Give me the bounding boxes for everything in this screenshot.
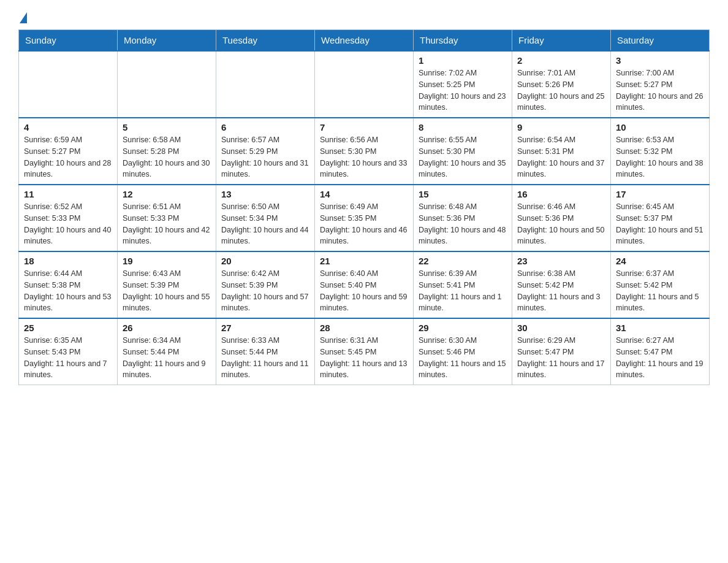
logo-triangle-icon xyxy=(20,12,27,23)
weekday-header-tuesday: Tuesday xyxy=(216,30,315,52)
day-number: 12 xyxy=(123,189,211,199)
day-info: Sunrise: 6:58 AMSunset: 5:28 PMDaylight:… xyxy=(123,134,211,180)
day-number: 13 xyxy=(221,189,309,199)
day-number: 10 xyxy=(616,122,704,132)
day-number: 23 xyxy=(517,256,605,266)
calendar-cell: 16Sunrise: 6:46 AMSunset: 5:36 PMDayligh… xyxy=(512,185,611,251)
calendar-cell: 18Sunrise: 6:44 AMSunset: 5:38 PMDayligh… xyxy=(19,251,118,318)
calendar-body: 1Sunrise: 7:02 AMSunset: 5:25 PMDaylight… xyxy=(19,51,710,385)
day-number: 19 xyxy=(123,256,211,266)
calendar-cell: 12Sunrise: 6:51 AMSunset: 5:33 PMDayligh… xyxy=(118,185,216,251)
day-info: Sunrise: 7:02 AMSunset: 5:25 PMDaylight:… xyxy=(419,67,507,113)
calendar-cell: 6Sunrise: 6:57 AMSunset: 5:29 PMDaylight… xyxy=(216,118,315,185)
day-number: 28 xyxy=(320,323,408,333)
calendar-cell: 17Sunrise: 6:45 AMSunset: 5:37 PMDayligh… xyxy=(611,185,710,251)
day-number: 3 xyxy=(616,55,704,66)
day-info: Sunrise: 6:53 AMSunset: 5:32 PMDaylight:… xyxy=(616,134,704,180)
day-number: 4 xyxy=(24,122,112,132)
calendar-table: SundayMondayTuesdayWednesdayThursdayFrid… xyxy=(18,29,710,385)
weekday-header-sunday: Sunday xyxy=(19,30,118,52)
calendar-week-row: 25Sunrise: 6:35 AMSunset: 5:43 PMDayligh… xyxy=(19,318,710,385)
calendar-cell: 21Sunrise: 6:40 AMSunset: 5:40 PMDayligh… xyxy=(315,251,414,318)
calendar-cell: 13Sunrise: 6:50 AMSunset: 5:34 PMDayligh… xyxy=(216,185,315,251)
day-number: 31 xyxy=(616,323,704,333)
day-info: Sunrise: 6:42 AMSunset: 5:39 PMDaylight:… xyxy=(221,268,309,314)
day-info: Sunrise: 6:59 AMSunset: 5:27 PMDaylight:… xyxy=(24,134,112,180)
calendar-cell: 4Sunrise: 6:59 AMSunset: 5:27 PMDaylight… xyxy=(19,118,118,185)
calendar-cell: 23Sunrise: 6:38 AMSunset: 5:42 PMDayligh… xyxy=(512,251,611,318)
day-number: 16 xyxy=(517,189,605,199)
day-number: 29 xyxy=(419,323,507,333)
day-info: Sunrise: 6:48 AMSunset: 5:36 PMDaylight:… xyxy=(419,201,507,247)
day-info: Sunrise: 6:55 AMSunset: 5:30 PMDaylight:… xyxy=(419,134,507,180)
day-number: 20 xyxy=(221,256,309,266)
weekday-header-saturday: Saturday xyxy=(611,30,710,52)
calendar-cell: 28Sunrise: 6:31 AMSunset: 5:45 PMDayligh… xyxy=(315,318,414,385)
calendar-cell: 9Sunrise: 6:54 AMSunset: 5:31 PMDaylight… xyxy=(512,118,611,185)
calendar-cell: 20Sunrise: 6:42 AMSunset: 5:39 PMDayligh… xyxy=(216,251,315,318)
calendar-cell xyxy=(118,51,216,118)
calendar-cell: 1Sunrise: 7:02 AMSunset: 5:25 PMDaylight… xyxy=(414,51,512,118)
day-info: Sunrise: 6:54 AMSunset: 5:31 PMDaylight:… xyxy=(517,134,605,180)
day-info: Sunrise: 6:34 AMSunset: 5:44 PMDaylight:… xyxy=(123,335,211,381)
calendar-cell xyxy=(216,51,315,118)
day-info: Sunrise: 6:38 AMSunset: 5:42 PMDaylight:… xyxy=(517,268,605,314)
calendar-week-row: 18Sunrise: 6:44 AMSunset: 5:38 PMDayligh… xyxy=(19,251,710,318)
calendar-cell xyxy=(19,51,118,118)
calendar-cell: 29Sunrise: 6:30 AMSunset: 5:46 PMDayligh… xyxy=(414,318,512,385)
day-info: Sunrise: 6:51 AMSunset: 5:33 PMDaylight:… xyxy=(123,201,211,247)
calendar-cell: 3Sunrise: 7:00 AMSunset: 5:27 PMDaylight… xyxy=(611,51,710,118)
day-info: Sunrise: 6:40 AMSunset: 5:40 PMDaylight:… xyxy=(320,268,408,314)
day-number: 25 xyxy=(24,323,112,333)
weekday-header-wednesday: Wednesday xyxy=(315,30,414,52)
calendar-cell: 8Sunrise: 6:55 AMSunset: 5:30 PMDaylight… xyxy=(414,118,512,185)
day-info: Sunrise: 6:43 AMSunset: 5:39 PMDaylight:… xyxy=(123,268,211,314)
day-info: Sunrise: 6:37 AMSunset: 5:42 PMDaylight:… xyxy=(616,268,704,314)
day-info: Sunrise: 6:57 AMSunset: 5:29 PMDaylight:… xyxy=(221,134,309,180)
day-info: Sunrise: 6:44 AMSunset: 5:38 PMDaylight:… xyxy=(24,268,112,314)
day-info: Sunrise: 6:30 AMSunset: 5:46 PMDaylight:… xyxy=(419,335,507,381)
weekday-header-row: SundayMondayTuesdayWednesdayThursdayFrid… xyxy=(19,30,710,52)
day-info: Sunrise: 6:46 AMSunset: 5:36 PMDaylight:… xyxy=(517,201,605,247)
day-number: 9 xyxy=(517,122,605,132)
calendar-week-row: 11Sunrise: 6:52 AMSunset: 5:33 PMDayligh… xyxy=(19,185,710,251)
day-info: Sunrise: 6:27 AMSunset: 5:47 PMDaylight:… xyxy=(616,335,704,381)
day-info: Sunrise: 7:00 AMSunset: 5:27 PMDaylight:… xyxy=(616,67,704,113)
calendar-week-row: 4Sunrise: 6:59 AMSunset: 5:27 PMDaylight… xyxy=(19,118,710,185)
calendar-cell xyxy=(315,51,414,118)
calendar-cell: 10Sunrise: 6:53 AMSunset: 5:32 PMDayligh… xyxy=(611,118,710,185)
day-number: 7 xyxy=(320,122,408,132)
day-info: Sunrise: 6:35 AMSunset: 5:43 PMDaylight:… xyxy=(24,335,112,381)
calendar-header: SundayMondayTuesdayWednesdayThursdayFrid… xyxy=(19,30,710,52)
calendar-cell: 19Sunrise: 6:43 AMSunset: 5:39 PMDayligh… xyxy=(118,251,216,318)
day-number: 18 xyxy=(24,256,112,266)
day-number: 21 xyxy=(320,256,408,266)
day-number: 6 xyxy=(221,122,309,132)
calendar-cell: 24Sunrise: 6:37 AMSunset: 5:42 PMDayligh… xyxy=(611,251,710,318)
day-number: 22 xyxy=(419,256,507,266)
weekday-header-monday: Monday xyxy=(118,30,216,52)
day-info: Sunrise: 6:56 AMSunset: 5:30 PMDaylight:… xyxy=(320,134,408,180)
day-number: 15 xyxy=(419,189,507,199)
day-info: Sunrise: 6:50 AMSunset: 5:34 PMDaylight:… xyxy=(221,201,309,247)
day-info: Sunrise: 6:29 AMSunset: 5:47 PMDaylight:… xyxy=(517,335,605,381)
day-info: Sunrise: 7:01 AMSunset: 5:26 PMDaylight:… xyxy=(517,67,605,113)
calendar-cell: 30Sunrise: 6:29 AMSunset: 5:47 PMDayligh… xyxy=(512,318,611,385)
day-number: 1 xyxy=(419,55,507,66)
day-number: 14 xyxy=(320,189,408,199)
weekday-header-friday: Friday xyxy=(512,30,611,52)
day-number: 8 xyxy=(419,122,507,132)
calendar-cell: 25Sunrise: 6:35 AMSunset: 5:43 PMDayligh… xyxy=(19,318,118,385)
day-number: 11 xyxy=(24,189,112,199)
calendar-cell: 2Sunrise: 7:01 AMSunset: 5:26 PMDaylight… xyxy=(512,51,611,118)
day-info: Sunrise: 6:52 AMSunset: 5:33 PMDaylight:… xyxy=(24,201,112,247)
day-number: 5 xyxy=(123,122,211,132)
calendar-cell: 31Sunrise: 6:27 AMSunset: 5:47 PMDayligh… xyxy=(611,318,710,385)
day-number: 30 xyxy=(517,323,605,333)
day-info: Sunrise: 6:45 AMSunset: 5:37 PMDaylight:… xyxy=(616,201,704,247)
calendar-cell: 26Sunrise: 6:34 AMSunset: 5:44 PMDayligh… xyxy=(118,318,216,385)
day-number: 17 xyxy=(616,189,704,199)
calendar-cell: 14Sunrise: 6:49 AMSunset: 5:35 PMDayligh… xyxy=(315,185,414,251)
day-number: 24 xyxy=(616,256,704,266)
day-info: Sunrise: 6:31 AMSunset: 5:45 PMDaylight:… xyxy=(320,335,408,381)
